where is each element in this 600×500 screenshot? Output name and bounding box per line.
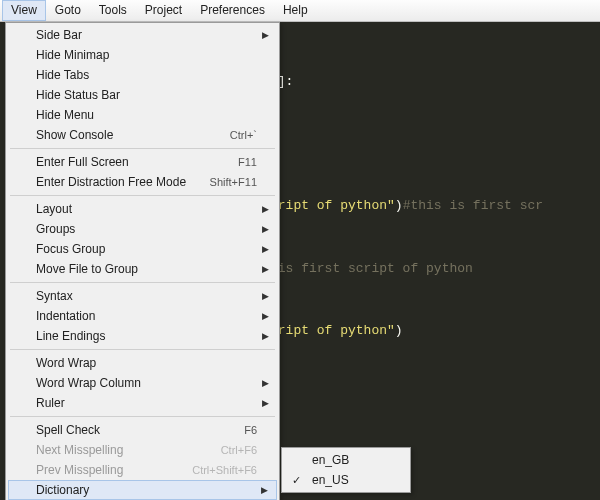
menu-item-label: Move File to Group [36,262,257,276]
menubar-item-project[interactable]: Project [136,0,191,21]
menu-item: Prev MisspellingCtrl+Shift+F6 [8,460,277,480]
menu-item: Next MisspellingCtrl+F6 [8,440,277,460]
menu-item[interactable]: Hide Minimap [8,45,277,65]
menu-item-shortcut: F11 [238,156,257,168]
menu-item-shortcut: Shift+F11 [210,176,257,188]
menu-item[interactable]: Word Wrap Column▶ [8,373,277,393]
menu-item[interactable]: Dictionary▶ [8,480,277,500]
dictionary-option-en-gb[interactable]: en_GB [284,450,408,470]
view-menu-dropdown: Side Bar▶Hide MinimapHide TabsHide Statu… [5,22,280,500]
menu-separator [10,148,275,149]
menu-item[interactable]: Indentation▶ [8,306,277,326]
menu-item-label: Ruler [36,396,257,410]
menu-item-label: Show Console [36,128,230,142]
chevron-right-icon: ▶ [262,204,269,214]
menu-item[interactable]: Spell CheckF6 [8,420,277,440]
menu-item-label: Word Wrap [36,356,257,370]
menu-item[interactable]: Enter Distraction Free ModeShift+F11 [8,172,277,192]
menu-item-label: Side Bar [36,28,257,42]
menu-item[interactable]: Side Bar▶ [8,25,277,45]
menu-item-label: Next Misspelling [36,443,221,457]
chevron-right-icon: ▶ [262,30,269,40]
dictionary-option-en-us[interactable]: ✓ en_US [284,470,408,490]
dictionary-submenu: en_GB ✓ en_US [281,447,411,493]
menu-separator [10,195,275,196]
menu-item-label: Focus Group [36,242,257,256]
menu-item[interactable]: Focus Group▶ [8,239,277,259]
chevron-right-icon: ▶ [262,398,269,408]
menu-item-label: en_GB [312,453,388,467]
chevron-right-icon: ▶ [261,485,268,495]
menu-item[interactable]: Groups▶ [8,219,277,239]
menu-item-label: Enter Full Screen [36,155,238,169]
menu-item[interactable]: Word Wrap [8,353,277,373]
menu-item-label: Hide Status Bar [36,88,257,102]
menu-separator [10,282,275,283]
menu-item[interactable]: Syntax▶ [8,286,277,306]
chevron-right-icon: ▶ [262,264,269,274]
menu-item-label: Spell Check [36,423,244,437]
chevron-right-icon: ▶ [262,378,269,388]
menu-item-label: Hide Minimap [36,48,257,62]
menu-item[interactable]: Layout▶ [8,199,277,219]
menu-item-shortcut: F6 [244,424,257,436]
menu-item[interactable]: Show ConsoleCtrl+` [8,125,277,145]
menu-separator [10,416,275,417]
menubar-item-help[interactable]: Help [274,0,317,21]
menu-item[interactable]: Ruler▶ [8,393,277,413]
menu-item-label: Enter Distraction Free Mode [36,175,210,189]
menu-item-label: Syntax [36,289,257,303]
menubar-item-tools[interactable]: Tools [90,0,136,21]
chevron-right-icon: ▶ [262,331,269,341]
menu-item-shortcut: Ctrl+Shift+F6 [192,464,257,476]
menu-separator [10,349,275,350]
menubar: View Goto Tools Project Preferences Help [0,0,600,22]
menu-item-label: Groups [36,222,257,236]
menu-item-label: Hide Tabs [36,68,257,82]
chevron-right-icon: ▶ [262,291,269,301]
menubar-item-preferences[interactable]: Preferences [191,0,274,21]
chevron-right-icon: ▶ [262,224,269,234]
menu-item-label: Dictionary [36,483,257,497]
menu-item-label: Word Wrap Column [36,376,257,390]
chevron-right-icon: ▶ [262,244,269,254]
menubar-item-goto[interactable]: Goto [46,0,90,21]
menu-item-label: Layout [36,202,257,216]
menu-item-label: en_US [312,473,388,487]
menu-item-label: Indentation [36,309,257,323]
menu-item[interactable]: Hide Status Bar [8,85,277,105]
menubar-item-view[interactable]: View [2,0,46,21]
menu-item[interactable]: Hide Menu [8,105,277,125]
menu-item[interactable]: Move File to Group▶ [8,259,277,279]
checkmark-icon: ✓ [292,474,301,487]
chevron-right-icon: ▶ [262,311,269,321]
menu-item-shortcut: Ctrl+` [230,129,257,141]
menu-item[interactable]: Hide Tabs [8,65,277,85]
menu-item-label: Line Endings [36,329,257,343]
menu-item-shortcut: Ctrl+F6 [221,444,257,456]
menu-item[interactable]: Line Endings▶ [8,326,277,346]
menu-item[interactable]: Enter Full ScreenF11 [8,152,277,172]
menu-item-label: Hide Menu [36,108,257,122]
menu-item-label: Prev Misspelling [36,463,192,477]
